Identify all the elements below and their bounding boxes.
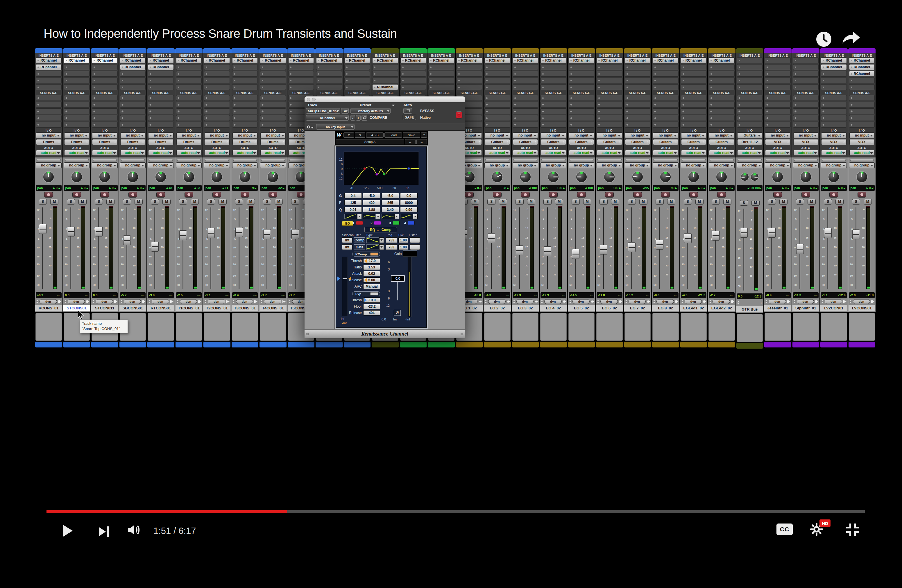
send-slot-empty[interactable]	[204, 115, 230, 121]
volume-display[interactable]: -1.1-∞	[204, 292, 230, 298]
send-slot-empty[interactable]	[540, 102, 566, 108]
insert-slot[interactable]: RChannel	[401, 58, 426, 63]
track-name[interactable]: EG 3_02	[512, 305, 539, 311]
sidechain-listen-button[interactable]	[410, 244, 420, 250]
send-slot-empty[interactable]	[849, 108, 875, 114]
group-selector[interactable]: no group	[92, 163, 118, 168]
volume-display[interactable]: 0.0-12.8	[737, 293, 763, 299]
next-button[interactable]	[99, 526, 111, 537]
insert-slot-empty[interactable]	[288, 78, 314, 83]
watch-later-icon[interactable]	[816, 31, 832, 49]
exp-tab[interactable]: Exp	[352, 291, 380, 296]
volume-fader[interactable]	[67, 227, 75, 236]
output-selector[interactable]: VOX	[821, 139, 847, 145]
pan-display[interactable]: pan◂ 11	[204, 185, 230, 191]
volume-icon[interactable]	[127, 523, 142, 538]
preset-selector[interactable]: <factory default>	[351, 108, 391, 114]
pan-display[interactable]: pan9 ▸	[232, 185, 258, 191]
output-selector[interactable]: Drums	[64, 139, 89, 145]
send-slot-empty[interactable]	[540, 108, 566, 114]
group-selector[interactable]: no group	[737, 163, 763, 168]
insert-slot-empty[interactable]	[709, 64, 734, 70]
mute-button[interactable]: M	[247, 199, 255, 205]
record-arm-button[interactable]	[185, 192, 193, 197]
comp-ratio-value[interactable]: 1.53	[363, 265, 380, 270]
insert-slot-empty[interactable]	[653, 71, 678, 77]
send-slot-empty[interactable]	[681, 95, 707, 101]
send-slot-empty[interactable]	[513, 108, 539, 114]
dyn-spinner-icon[interactable]	[625, 300, 627, 303]
insert-slot[interactable]: RChannel	[345, 58, 370, 63]
track-comments-box[interactable]	[148, 313, 174, 341]
pan-display[interactable]: pan32 ▸	[260, 185, 286, 191]
automation-mode-selector[interactable]: auto read	[36, 150, 61, 156]
send-slot-empty[interactable]	[793, 108, 819, 114]
volume-fader[interactable]	[544, 246, 551, 256]
insert-slot-empty[interactable]	[120, 78, 146, 83]
insert-slot[interactable]: RChannel	[120, 64, 146, 70]
insert-slot-empty[interactable]	[737, 71, 763, 77]
send-slot-empty[interactable]	[737, 102, 763, 108]
send-slot-empty[interactable]	[765, 108, 791, 114]
send-slot-empty[interactable]	[681, 102, 707, 108]
output-selector[interactable]: Guitars	[513, 139, 538, 145]
insert-slot-empty[interactable]	[401, 84, 426, 90]
phase-invert-button[interactable]: Ø	[394, 310, 401, 316]
fast-forward-icon[interactable]	[479, 300, 482, 303]
insert-slot-empty[interactable]	[737, 84, 763, 90]
solo-button[interactable]: S	[95, 199, 103, 205]
automation-mode-selector[interactable]: auto read	[485, 150, 510, 156]
group-selector[interactable]: no group	[849, 163, 875, 168]
track-mode-selector[interactable]: a	[341, 108, 349, 114]
group-selector[interactable]: no group	[653, 163, 678, 168]
eq-band4-freq-value[interactable]: 8000	[400, 200, 418, 205]
volume-fader[interactable]	[628, 242, 636, 252]
video-title[interactable]: How to Independently Process Snare Drum …	[44, 27, 397, 41]
dyn-button[interactable]: dyn	[152, 299, 169, 304]
insert-slot-empty[interactable]	[372, 64, 398, 70]
share-icon[interactable]	[842, 31, 860, 45]
send-slot-empty[interactable]	[64, 95, 90, 101]
record-arm-button[interactable]	[212, 192, 221, 197]
send-slot-empty[interactable]	[92, 115, 118, 121]
group-selector[interactable]: no group	[64, 163, 90, 168]
dyn-button[interactable]: dyn	[769, 299, 786, 304]
input-selector[interactable]: no input	[204, 133, 230, 138]
input-selector[interactable]: no input	[653, 133, 678, 138]
filter-type-dropdown-icon[interactable]	[394, 214, 399, 219]
filter-type-dropdown-icon[interactable]	[357, 214, 362, 219]
record-arm-button[interactable]	[549, 192, 557, 197]
insert-slot-empty[interactable]	[484, 64, 510, 70]
volume-fader[interactable]	[39, 224, 47, 234]
mute-button[interactable]: M	[135, 199, 143, 205]
insert-slot-empty[interactable]	[372, 71, 398, 77]
track-name[interactable]: LV2CON01	[821, 305, 847, 311]
insert-slot[interactable]: RChannel	[821, 58, 847, 63]
insert-slot-empty[interactable]	[232, 64, 258, 70]
dyn-button[interactable]: dyn	[684, 299, 702, 304]
solo-button[interactable]: S	[235, 199, 243, 205]
track-comments-box[interactable]	[793, 313, 819, 341]
insert-slot-empty[interactable]	[316, 78, 342, 83]
input-selector[interactable]: no input	[849, 133, 875, 138]
solo-button[interactable]: S	[628, 199, 636, 205]
fast-forward-icon[interactable]	[58, 300, 61, 303]
volume-display[interactable]: -9.9-∞	[148, 292, 174, 298]
pan-knob[interactable]	[548, 171, 559, 183]
send-slot-empty[interactable]	[765, 122, 791, 128]
filter-type-dropdown-icon[interactable]	[379, 244, 384, 250]
send-slot-empty[interactable]	[176, 115, 202, 121]
dyn-button[interactable]: dyn	[68, 299, 85, 304]
group-selector[interactable]: no group	[709, 163, 734, 168]
insert-slot-empty[interactable]	[765, 71, 791, 77]
fast-forward-icon[interactable]	[675, 300, 678, 303]
insert-slot-empty[interactable]	[457, 64, 482, 70]
minimize-icon[interactable]	[312, 98, 316, 101]
mute-button[interactable]: M	[808, 199, 816, 205]
send-slot-empty[interactable]	[709, 95, 734, 101]
send-slot-empty[interactable]	[737, 115, 763, 121]
progress-bar[interactable]	[47, 510, 865, 513]
input-selector[interactable]: no input	[148, 133, 174, 138]
input-selector[interactable]: Guitars	[737, 133, 763, 138]
insert-slot[interactable]: RChannel	[148, 64, 174, 70]
